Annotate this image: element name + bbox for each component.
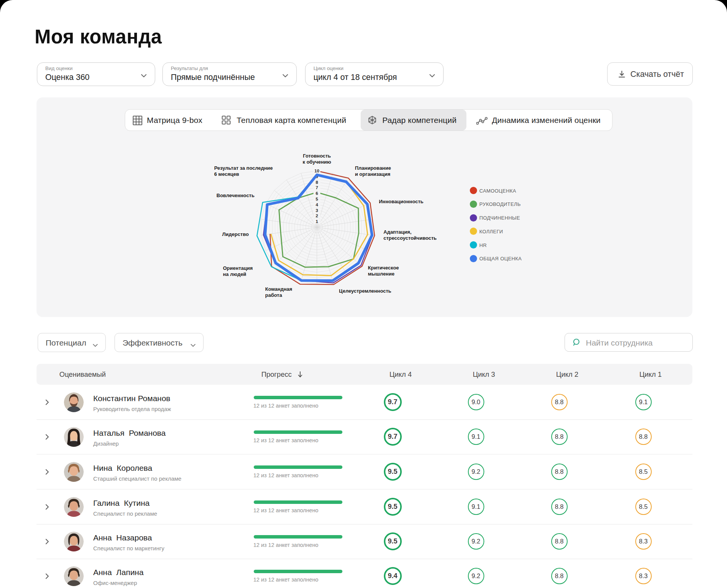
- svg-text:3: 3: [316, 208, 318, 213]
- svg-text:1: 1: [316, 219, 318, 224]
- svg-text:2: 2: [316, 214, 318, 218]
- svg-text:6: 6: [316, 191, 318, 196]
- svg-text:10: 10: [315, 169, 320, 173]
- svg-text:7: 7: [316, 185, 318, 190]
- svg-text:4: 4: [316, 202, 318, 207]
- svg-text:5: 5: [316, 197, 318, 201]
- svg-text:8: 8: [316, 180, 318, 185]
